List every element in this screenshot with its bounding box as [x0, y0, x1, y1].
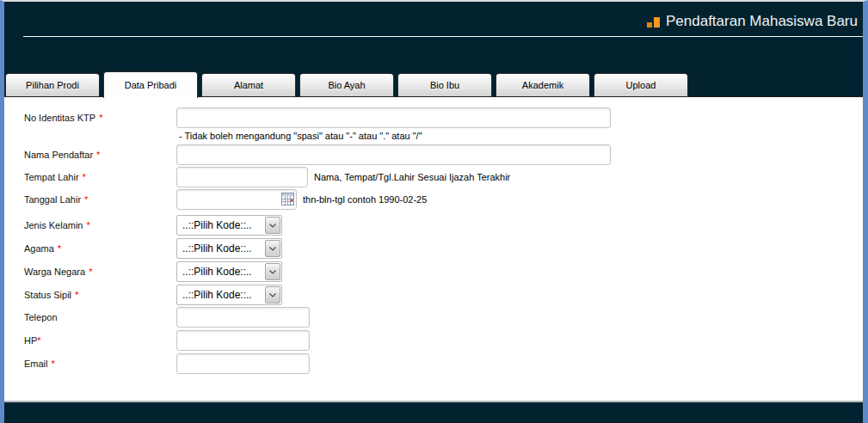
field-row-tempat-lahir: Tempat Lahir* Nama, Tempat/Tgl.Lahir Ses…: [24, 167, 863, 187]
tab-bio-ayah[interactable]: Bio Ayah: [299, 73, 394, 96]
tab-akademik[interactable]: Akademik: [496, 73, 590, 96]
nama-pendaftar-label: Nama Pendaftar*: [24, 150, 176, 160]
field-row-nama-pendaftar: Nama Pendaftar*: [24, 144, 863, 165]
telepon-input[interactable]: [176, 307, 310, 328]
no-identitas-ktp-input[interactable]: [176, 107, 611, 128]
agama-select[interactable]: ..::Pilih Kode::..: [176, 238, 282, 259]
title-underline: [23, 36, 863, 37]
email-label: Email*: [24, 359, 176, 369]
tab-upload[interactable]: Upload: [594, 73, 688, 96]
telepon-label: Telepon: [24, 312, 176, 322]
hp-label: HP*: [24, 335, 176, 346]
chevron-down-icon: [265, 286, 280, 303]
nama-pendaftar-input[interactable]: [176, 144, 611, 165]
field-row-status-sipil: Status Sipil* ..::Pilih Kode::..: [24, 285, 863, 305]
chevron-down-icon: [265, 263, 280, 280]
jenis-kelamin-select[interactable]: ..::Pilih Kode::..: [176, 215, 282, 236]
field-row-jenis-kelamin: Jenis Kelamin* ..::Pilih Kode::..: [24, 215, 863, 236]
tanggal-lahir-label: Tanggal Lahir*: [24, 194, 176, 205]
warga-negara-select[interactable]: ..::Pilih Kode::..: [176, 261, 282, 282]
footer: [4, 401, 863, 423]
tab-bio-ibu[interactable]: Bio Ibu: [397, 73, 492, 96]
title-row: Pendaftaran Mahasiswa Baru: [647, 13, 858, 30]
ktp-hint-row: - Tidak boleh mengandung "spasi" atau "-…: [24, 130, 863, 142]
field-row-no-identitas-ktp: No Identitas KTP*: [24, 107, 863, 128]
orange-blocks-logo-icon: [647, 17, 660, 30]
no-identitas-ktp-label: No Identitas KTP*: [24, 113, 176, 123]
tempat-lahir-label: Tempat Lahir*: [24, 172, 176, 182]
calendar-icon[interactable]: [281, 193, 294, 205]
status-sipil-label: Status Sipil*: [24, 290, 176, 300]
tab-data-pribadi[interactable]: Data Pribadi: [103, 71, 198, 98]
tab-strip: Pilihan Prodi Data Pribadi Alamat Bio Ay…: [5, 71, 692, 96]
hp-input[interactable]: [176, 330, 310, 351]
agama-label: Agama*: [24, 243, 176, 254]
tempat-lahir-hint: Nama, Tempat/Tgl.Lahir Sesuai Ijazah Ter…: [314, 172, 510, 182]
tab-pilihan-prodi[interactable]: Pilihan Prodi: [5, 73, 100, 96]
field-row-agama: Agama* ..::Pilih Kode::..: [24, 238, 863, 259]
chevron-down-icon: [265, 240, 280, 257]
field-row-email: Email*: [24, 353, 863, 374]
form-content: No Identitas KTP* - Tidak boleh mengandu…: [4, 96, 863, 401]
tanggal-lahir-hint: thn-bln-tgl contoh 1990-02-25: [303, 194, 427, 205]
status-sipil-select[interactable]: ..::Pilih Kode::..: [176, 285, 282, 305]
field-row-warga-negara: Warga Negara* ..::Pilih Kode::..: [24, 261, 863, 282]
chevron-down-icon: [265, 217, 280, 234]
email-input[interactable]: [176, 353, 310, 374]
tempat-lahir-input[interactable]: [176, 167, 308, 187]
header: Pendaftaran Mahasiswa Baru Pilihan Prodi…: [4, 2, 863, 96]
tab-alamat[interactable]: Alamat: [201, 73, 296, 96]
tanggal-lahir-input[interactable]: [176, 189, 297, 210]
field-row-telepon: Telepon: [24, 307, 863, 328]
field-row-hp: HP*: [24, 330, 863, 351]
page-title: Pendaftaran Mahasiswa Baru: [666, 13, 858, 30]
warga-negara-label: Warga Negara*: [24, 267, 176, 277]
field-row-tanggal-lahir: Tanggal Lahir* thn-bln-tgl contoh 1990-0…: [24, 189, 863, 210]
ktp-hint: - Tidak boleh mengandung "spasi" atau "-…: [179, 131, 422, 141]
app-window: Pendaftaran Mahasiswa Baru Pilihan Prodi…: [0, 0, 868, 423]
jenis-kelamin-label: Jenis Kelamin*: [24, 220, 176, 230]
